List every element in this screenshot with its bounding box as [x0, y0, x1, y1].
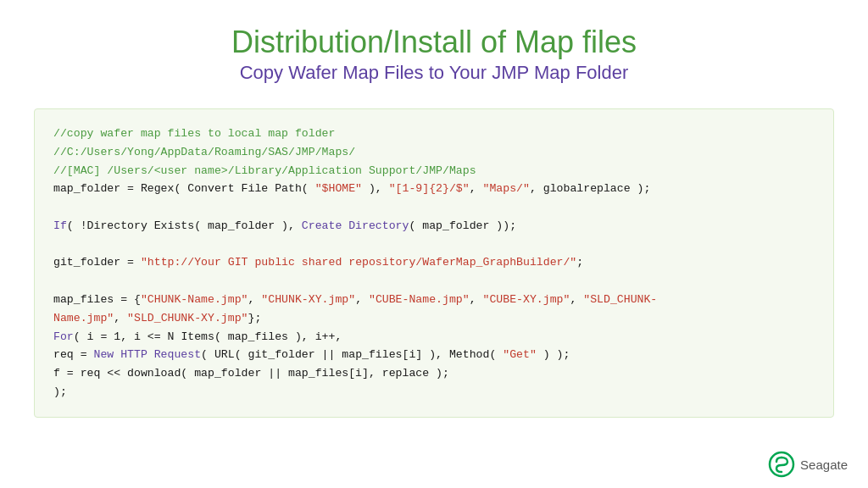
code-line-8: Name.jmp", "SLD_CHUNK-XY.jmp"}; — [53, 309, 815, 328]
line7-normal3: , — [355, 293, 369, 306]
line7-normal5: , — [570, 293, 583, 306]
line5-normal2: ( map_folder )); — [409, 219, 516, 232]
code-line-9: For( i = 1, i <= N Items( map_files ), i… — [53, 328, 815, 347]
line5-normal: ( !Directory Exists( map_folder ), — [67, 219, 302, 232]
code-line-10: req = New HTTP Request( URL( git_folder … — [53, 346, 815, 364]
line4-normal3: , — [470, 182, 483, 195]
line4-str3: "Maps/" — [483, 182, 530, 195]
comment-2: //C:/Users/Yong/AppData/Roaming/SAS/JMP/… — [53, 146, 355, 158]
code-line-6: git_folder = "http://Your GIT public sha… — [53, 253, 815, 272]
line4-str1: "$HOME" — [315, 182, 362, 195]
logo-text: Seagate — [800, 458, 848, 472]
line7-str2: "CHUNK-XY.jmp" — [261, 293, 355, 306]
line4-normal2: ), — [362, 182, 389, 195]
line5-kw: If — [53, 219, 67, 232]
line7-str4: "CUBE-XY.jmp" — [483, 293, 570, 306]
line6-end: ; — [576, 256, 583, 269]
code-line-11: f = req << download( map_folder || map_f… — [53, 364, 815, 383]
line9-kw: For — [53, 330, 74, 343]
code-line-3: //[MAC] /Users/<user name>/Library/Appli… — [53, 162, 815, 180]
line8-str1: Name.jmp" — [53, 312, 114, 324]
line9-normal: ( i = 1, i <= N — [74, 330, 181, 343]
comment-3: //[MAC] /Users/<user name>/Library/Appli… — [53, 164, 476, 177]
code-line-7: map_files = {"CHUNK-Name.jmp", "CHUNK-XY… — [53, 291, 815, 309]
line11-normal: f = req << download( map_folder || map_f… — [53, 367, 449, 380]
code-line-5: If( !Directory Exists( map_folder ), Cre… — [53, 217, 815, 236]
line10-kw: New HTTP Request — [93, 348, 201, 361]
line5-kw2: Create Directory — [302, 219, 409, 232]
code-line-1: //copy wafer map files to local map fold… — [53, 125, 815, 143]
page-title-main: Distribution/Install of Map files — [0, 24, 868, 60]
logo-area: Seagate — [768, 451, 848, 478]
code-line-2: //C:/Users/Yong/AppData/Roaming/SAS/JMP/… — [53, 143, 815, 162]
code-line-blank1 — [53, 198, 815, 217]
line10-end: ) ); — [537, 348, 570, 361]
line8-str2: "SLD_CHUNK-XY.jmp" — [127, 312, 248, 324]
line6-normal: git_folder = — [53, 256, 141, 269]
comment-1: //copy wafer map files to local map fold… — [53, 127, 335, 140]
line8-normal: , — [114, 312, 127, 324]
line7-normal2: , — [248, 293, 262, 306]
page-title-sub: Copy Wafer Map Files to Your JMP Map Fol… — [0, 60, 868, 86]
seagate-logo-icon — [768, 451, 795, 478]
line9-normal2: ( map_files ), i++, — [214, 330, 342, 343]
line4-normal4: , globalreplace ); — [530, 182, 650, 195]
code-block: //copy wafer map files to local map fold… — [34, 108, 834, 418]
line7-normal: map_files = { — [53, 293, 141, 306]
code-line-blank3 — [53, 272, 815, 291]
code-line-4: map_folder = Regex( Convert File Path( "… — [53, 180, 815, 198]
line10-normal: req = — [53, 348, 93, 361]
line8-end: }; — [248, 312, 262, 324]
line10-normal2: ( URL( git_folder || map_files[i] ), Met… — [201, 348, 503, 361]
line4-str2: "[1-9]{2}/$" — [389, 182, 470, 195]
line10-str: "Get" — [503, 348, 537, 361]
line7-str3: "CUBE-Name.jmp" — [369, 293, 470, 306]
line7-str5: "SLD_CHUNK- — [583, 293, 657, 306]
line7-str1: "CHUNK-Name.jmp" — [141, 293, 248, 306]
line9-items: Items — [181, 330, 214, 343]
code-line-12: ); — [53, 383, 815, 402]
line7-normal4: , — [470, 293, 483, 306]
line4-normal1: map_folder = Regex( Convert File Path( — [53, 182, 315, 195]
line6-str: "http://Your GIT public shared repositor… — [141, 256, 576, 269]
code-line-blank2 — [53, 236, 815, 254]
line12-end: ); — [53, 385, 67, 398]
